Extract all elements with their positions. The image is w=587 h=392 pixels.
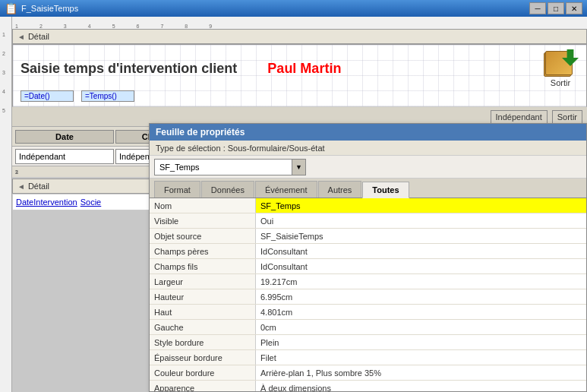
props-table: Nom SF_Temps Visible Oui: [150, 198, 586, 391]
props-key-stylebordure: Style bordure: [150, 335, 256, 349]
ruler-mark: 3: [2, 70, 11, 75]
temps-field[interactable]: =Temps(): [81, 90, 134, 102]
props-key-champfils: Champs fils: [150, 259, 256, 273]
props-row-objsrc: Objet source SF_SaisieTemps: [150, 229, 586, 244]
ruler-tick: 8: [185, 24, 188, 29]
props-title: Feuille de propriétés: [150, 124, 586, 141]
ruler-tick: 3: [64, 24, 67, 29]
title-bar: 📋 F_SaisieTemps ─ □ ✕: [0, 0, 587, 17]
ruler-mark: 4: [2, 89, 11, 94]
props-row-visible: Visible Oui: [150, 213, 586, 229]
props-key-visible: Visible: [150, 213, 256, 228]
window-title: F_SaisieTemps: [21, 4, 78, 13]
props-selector-arrow[interactable]: ▼: [292, 160, 305, 175]
date-col-header: Date: [15, 130, 114, 144]
sub-detail-label: Détail: [28, 182, 49, 191]
props-subtitle: Type de sélection : Sous-formulaire/Sous…: [150, 141, 586, 156]
date-field[interactable]: =Date(): [21, 90, 74, 102]
props-key-gauche: Gauche: [150, 320, 256, 334]
sortir-label[interactable]: Sortir: [551, 78, 570, 87]
ruler-tick: 4: [88, 24, 91, 29]
props-row-gauche: Gauche 0cm: [150, 320, 586, 335]
props-val-couleur: Arrière-plan 1, Plus sombre 35%: [256, 365, 586, 380]
props-subtitle-text: Type de sélection : Sous-formulaire/Sous…: [156, 144, 325, 153]
date-filter[interactable]: Indépendant: [15, 149, 114, 164]
props-key-couleur: Couleur bordure: [150, 365, 256, 380]
ruler-tick: 9: [209, 24, 212, 29]
props-val-champperes: IdConsultant: [256, 244, 586, 258]
ruler-tick: 1: [15, 24, 18, 29]
tab-autres[interactable]: Autres: [318, 181, 362, 198]
ruler-tick: 6: [137, 24, 140, 29]
detail-label: Détail: [28, 32, 49, 41]
subform-col2[interactable]: Socie: [80, 198, 102, 207]
top-ruler: 1 2 3 4 5 6 7 8 9: [12, 17, 587, 29]
props-selector[interactable]: SF_Temps ▼: [154, 159, 306, 175]
ruler-tick: 5: [112, 24, 115, 29]
props-val-visible: Oui: [256, 213, 586, 228]
props-val-champfils: IdConsultant: [256, 259, 586, 273]
props-key-largeur: Largeur: [150, 274, 256, 289]
props-row-hauteur: Hauteur 6.995cm: [150, 289, 586, 305]
sortir-container: Sortir: [542, 49, 579, 87]
indep-label: Indépendant: [491, 110, 548, 124]
ruler-tick: 7: [160, 24, 163, 29]
props-val-haut: 4.801cm: [256, 305, 586, 319]
props-key-objsrc: Objet source: [150, 229, 256, 243]
ruler-mark: 2: [2, 51, 11, 56]
close-button[interactable]: ✕: [566, 2, 582, 14]
props-selector-row: SF_Temps ▼: [150, 156, 586, 179]
props-row-couleur: Couleur bordure Arrière-plan 1, Plus som…: [150, 365, 586, 381]
ruler-mark: 5: [2, 108, 11, 113]
left-ruler: 1 2 3 4 5: [0, 17, 12, 392]
tab-format[interactable]: Format: [154, 181, 200, 198]
props-val-epaisseur: Filet: [256, 350, 586, 365]
tab-donnees[interactable]: Données: [201, 181, 254, 198]
props-row-champfils: Champs fils IdConsultant: [150, 259, 586, 274]
form-title: Saisie temps d'intervention client: [21, 61, 237, 77]
props-val-gauche: 0cm: [256, 320, 586, 334]
sortir-toolbar-label[interactable]: Sortir: [552, 110, 582, 124]
props-val-nom[interactable]: SF_Temps: [256, 198, 586, 213]
props-row-nom: Nom SF_Temps: [150, 198, 586, 213]
sortir-icon: [542, 49, 579, 78]
ruler-tick: 3: [15, 169, 18, 175]
props-key-hauteur: Hauteur: [150, 289, 256, 304]
props-val-apparence: À deux dimensions: [256, 381, 586, 391]
tab-toutes[interactable]: Toutes: [362, 182, 409, 198]
ruler-tick: 2: [39, 24, 43, 29]
props-row-epaisseur: Épaisseur bordure Filet: [150, 350, 586, 365]
props-row-haut: Haut 4.801cm: [150, 305, 586, 320]
props-row-apparence: Apparence À deux dimensions: [150, 381, 586, 391]
properties-panel: Feuille de propriétés Type de sélection …: [149, 123, 587, 392]
tab-evenement[interactable]: Événement: [255, 181, 317, 198]
props-key-nom: Nom: [150, 198, 256, 213]
properties-tabs: Format Données Événement Autres Toutes: [150, 179, 586, 198]
window-icon: 📋: [5, 2, 17, 14]
props-row-largeur: Largeur 19.217cm: [150, 274, 586, 289]
maximize-button[interactable]: □: [548, 2, 564, 14]
minimize-button[interactable]: ─: [529, 2, 546, 14]
props-key-apparence: Apparence: [150, 381, 256, 391]
props-val-objsrc: SF_SaisieTemps: [256, 229, 586, 243]
props-title-text: Feuille de propriétés: [156, 127, 245, 138]
props-row-stylebordure: Style bordure Plein: [150, 335, 586, 350]
window-controls: ─ □ ✕: [529, 2, 582, 14]
props-key-epaisseur: Épaisseur bordure: [150, 350, 256, 365]
ruler-mark: 1: [2, 32, 11, 37]
form-user-name: Paul Martin: [267, 61, 341, 77]
props-val-largeur: 19.217cm: [256, 274, 586, 289]
props-val-hauteur: 6.995cm: [256, 289, 586, 304]
props-key-haut: Haut: [150, 305, 256, 319]
props-selector-value: SF_Temps: [155, 163, 292, 172]
props-val-stylebordure: Plein: [256, 335, 586, 349]
subform-col1[interactable]: DateIntervention: [16, 198, 77, 207]
props-key-champperes: Champs pères: [150, 244, 256, 258]
date-filter-val: Indépendant: [16, 152, 113, 161]
detail-header: ◄ Détail: [12, 29, 587, 44]
props-row-champperes: Champs pères IdConsultant: [150, 244, 586, 259]
